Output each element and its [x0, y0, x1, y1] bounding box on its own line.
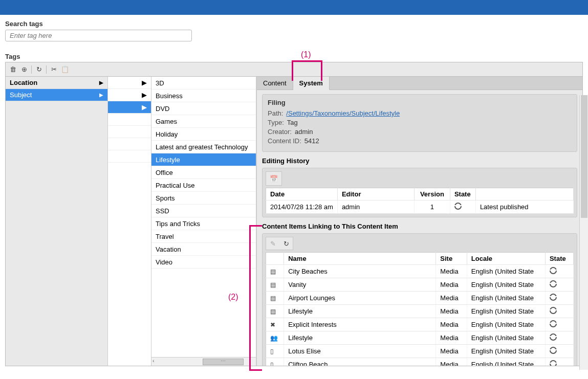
table-row[interactable]: ▯Lotus EliseMediaEnglish (United State [266, 345, 574, 358]
cell-state [545, 318, 573, 331]
col-site[interactable]: Site [436, 253, 467, 265]
table-row[interactable]: 👥LifestyleMediaEnglish (United State [266, 331, 574, 345]
table-row[interactable]: ▤Airport LoungesMediaEnglish (United Sta… [266, 292, 574, 305]
refresh-icon[interactable]: ↻ [35, 65, 43, 74]
col-editor[interactable]: Editor [337, 188, 414, 200]
tab-content[interactable]: Content [257, 77, 293, 90]
subcategory-row[interactable]: ▶ [108, 77, 151, 89]
tag-row[interactable]: Sports [151, 192, 256, 205]
app-title-bar [0, 0, 588, 15]
add-tag-icon[interactable]: ⊕ [20, 65, 28, 74]
tag-row[interactable]: SSD [151, 205, 256, 217]
search-input[interactable] [5, 30, 192, 41]
cell-locale: English (United State [467, 358, 545, 366]
table-row[interactable]: 2014/07/28 11:28 amadmin1Latest publishe… [266, 200, 574, 214]
scrollbar-thumb[interactable] [581, 95, 587, 218]
table-row[interactable]: ▤LifestyleMediaEnglish (United State [266, 305, 574, 318]
history-table: Date Editor Version State 2014/07/28 11:… [266, 188, 574, 214]
globe-icon [550, 294, 557, 301]
tag-row[interactable]: Lifestyle [151, 153, 256, 166]
paste-icon[interactable]: 📋 [61, 65, 69, 74]
cell-locale: English (United State [467, 305, 545, 318]
category-location[interactable]: Location ▶ [6, 77, 107, 89]
tag-row[interactable]: Video [151, 256, 256, 269]
contentid-value: 5412 [304, 137, 319, 145]
tag-row[interactable]: Latest and greatest Technology [151, 141, 256, 153]
col-date[interactable]: Date [266, 188, 338, 200]
cell-locale: English (United State [467, 278, 545, 292]
cell-state [545, 265, 573, 278]
table-row[interactable]: ▤City BeachesMediaEnglish (United State [266, 265, 574, 278]
cell-state [545, 331, 573, 345]
cell-version: 1 [414, 200, 450, 214]
vertical-scrollbar[interactable] [579, 95, 588, 370]
subcategory-row[interactable]: ▶ [108, 89, 151, 101]
cell-site: Media [436, 318, 467, 331]
col-locale[interactable]: Locale [467, 253, 545, 265]
refresh-icon[interactable]: ↻ [282, 239, 290, 248]
cell-date: 2014/07/28 11:28 am [266, 200, 338, 214]
tag-row[interactable]: Games [151, 115, 256, 128]
cell-name: City Beaches [284, 265, 436, 278]
tag-row[interactable]: Tips and Tricks [151, 217, 256, 230]
cell-site: Media [436, 278, 467, 292]
col-name[interactable]: Name [284, 253, 436, 265]
cell-site: Media [436, 292, 467, 305]
tab-system[interactable]: System [293, 77, 330, 90]
delete-icon[interactable]: 🗑 [9, 65, 17, 74]
row-type-icon: ▤ [266, 278, 284, 292]
table-row[interactable]: ✖Explicit InterestsMediaEnglish (United … [266, 318, 574, 331]
tag-row[interactable]: Holiday [151, 128, 256, 141]
table-row[interactable]: ▤VanityMediaEnglish (United State [266, 278, 574, 292]
cell-state [545, 358, 573, 366]
edit-icon[interactable]: ✎ [269, 239, 277, 248]
filing-title: Filing [268, 99, 572, 106]
tags-label: Tags [0, 53, 588, 60]
cell-state [545, 345, 573, 358]
cell-state: Latest published [475, 200, 573, 214]
path-value[interactable]: /Settings/Taxonomies/Subject/Lifestyle [286, 109, 400, 117]
creator-value: admin [295, 128, 313, 136]
row-type-icon: 👥 [266, 331, 284, 345]
tag-row[interactable]: Vacation [151, 243, 256, 256]
row-type-icon: ▯ [266, 358, 284, 366]
linking-toolbar: ✎ ↻ [266, 237, 293, 250]
linking-table: Name Site Locale State ▤City BeachesMedi… [266, 252, 574, 366]
col-extra[interactable] [475, 188, 573, 200]
scrollbar-thumb[interactable] [203, 359, 244, 365]
cell-name: Vanity [284, 278, 436, 292]
table-row[interactable]: ▯Clifton BeachMediaEnglish (United State [266, 358, 574, 366]
tags-toolbar: 🗑 ⊕ ↻ ✂ 📋 [6, 62, 582, 77]
chevron-right-icon: ▶ [142, 103, 147, 111]
toolbar-separator [31, 65, 32, 74]
category-column: Location ▶ Subject ▶ [6, 77, 108, 366]
tag-row[interactable]: Practical Use [151, 179, 256, 192]
tag-row[interactable]: Office [151, 166, 256, 179]
horizontal-scrollbar[interactable] [151, 357, 256, 366]
col-version[interactable]: Version [414, 188, 450, 200]
calendar-icon[interactable]: 📅 [270, 174, 278, 183]
cell-state [545, 292, 573, 305]
tag-row[interactable]: DVD [151, 102, 256, 115]
col-state[interactable]: State [450, 188, 475, 200]
globe-icon [550, 280, 557, 287]
col-icon[interactable] [266, 253, 284, 265]
subcategory-row[interactable] [108, 150, 151, 163]
chevron-right-icon: ▶ [142, 91, 147, 99]
tag-row[interactable]: Travel [151, 230, 256, 243]
category-subject[interactable]: Subject ▶ [6, 89, 107, 101]
subcategory-row[interactable]: ▶ [108, 101, 151, 114]
tag-row[interactable]: Business [151, 90, 256, 102]
cell-state [545, 278, 573, 292]
col-state[interactable]: State [545, 253, 573, 265]
cell-state-icon [450, 200, 475, 214]
detail-tabs: Content System [257, 77, 582, 90]
subcategory-row[interactable] [108, 138, 151, 150]
tag-row[interactable]: 3D [151, 77, 256, 90]
cut-icon[interactable]: ✂ [50, 65, 58, 74]
subcategory-row[interactable] [108, 114, 151, 126]
subcategory-row[interactable] [108, 126, 151, 138]
chevron-right-icon: ▶ [142, 79, 147, 86]
cell-state [545, 305, 573, 318]
cell-site: Media [436, 331, 467, 345]
